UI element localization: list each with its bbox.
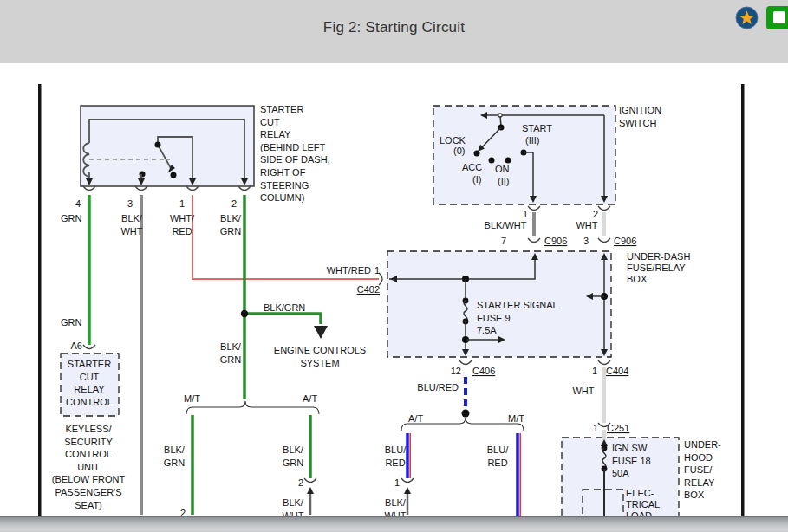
c406-pin-12: 12 [451,366,461,376]
mt-label-grn: M/T [184,393,200,404]
connector-c406[interactable]: C406 [472,366,495,376]
engine-controls-label: ENGINE CONTROLSSYSTEM [274,345,366,368]
blk-grn-mt-label: BLK/GRN [164,444,186,468]
page-border-left [38,84,42,518]
c404-pin-1: 1 [592,366,597,376]
under-hood-label: UNDER-HOODFUSE/RELAYBOX [684,439,721,500]
favorite-button[interactable] [735,6,759,29]
acc-pos-label: (I) [472,174,481,185]
title-bar: Fig 2: Starting Circuit [0,0,788,63]
ignition-pin-2: 2 [593,209,598,219]
relay-pin-4: 4 [75,198,81,209]
connector-c906-a[interactable]: C906 [544,236,567,246]
ignition-switch-label: IGNITIONSWITCH [619,105,661,128]
blk-wht-ignition-label: BLK/WHT [485,220,527,230]
grn-label: GRN [61,213,82,224]
blu-red-at-label: BLU/RED [385,444,407,468]
at-label-grn: A/T [303,393,317,404]
under-dash-label: UNDER-DASHFUSE/RELAYBOX [627,251,690,284]
blk-grn-at-label: BLK/GRN [283,444,304,468]
blk-grn-split-brace [186,401,319,414]
lock-pos-label: (0) [453,146,465,156]
wht-c404-label: WHT [572,386,594,396]
lock-label: LOCK [440,135,466,146]
connector-c251[interactable]: C251 [607,423,629,433]
print-button[interactable] [766,6,788,29]
wiring-diagram: STARTERCUTRELAY(BEHIND LEFTSIDE OF DASH,… [0,63,788,532]
blk-grn-at-branch [307,415,314,515]
at-label-blu: A/T [408,413,423,424]
at-pin-1: 1 [394,477,400,488]
horizontal-scrollbar[interactable] [0,516,788,532]
c906-pin-3: 3 [583,236,589,246]
relay-pin-1: 1 [179,198,185,209]
c251-pin-1: 1 [593,423,598,433]
grn-label-2: GRN [61,317,82,328]
relay-pin-3: 3 [127,198,133,209]
ignition-pin-1: 1 [523,209,528,219]
a6-pin-label: A6 [71,341,82,351]
blk-grn-label-2: BLK/GRN [220,341,242,365]
relay-pin-2: 2 [231,198,237,209]
wht-red-label: WHT/RED [170,213,195,237]
start-label: START [522,123,552,133]
blk-grn-branch-label: BLK/GRN [264,302,305,313]
on-label: ON [495,164,510,174]
mt-label-blu: M/T [508,413,524,424]
connector-c402[interactable]: C402 [357,284,380,295]
c906-pin-7: 7 [501,236,506,246]
grn-at-pin-2: 2 [298,477,303,488]
figure-title: Fig 2: Starting Circuit [0,19,788,36]
c402-pin-1: 1 [374,265,380,276]
acc-label: ACC [462,162,482,172]
star-icon [735,6,759,29]
connector-c404[interactable]: C404 [606,366,628,376]
on-pos-label: (II) [498,176,509,186]
printer-icon [773,11,785,23]
blk-grn-wire [241,195,328,399]
blu-red-mt-label: BLU/RED [487,444,509,468]
blu-red-c406-label: BLU/RED [417,382,459,393]
blk-grn-label: BLK/GRN [220,213,242,237]
start-pos-label: (III) [525,135,540,146]
page-border-right [741,84,745,518]
connector-c906-b[interactable]: C906 [614,236,636,246]
relay-note: STARTERCUTRELAY(BEHIND LEFTSIDE OF DASH,… [260,104,330,203]
keyless-unit-label: KEYLESS/SECURITYCONTROLUNIT(BELOW FRONTP… [52,424,126,510]
wht-red-c402-label: WHT/RED [327,265,371,276]
starter-cut-relay-box [81,106,254,186]
wht-ignition-label: WHT [576,220,597,230]
